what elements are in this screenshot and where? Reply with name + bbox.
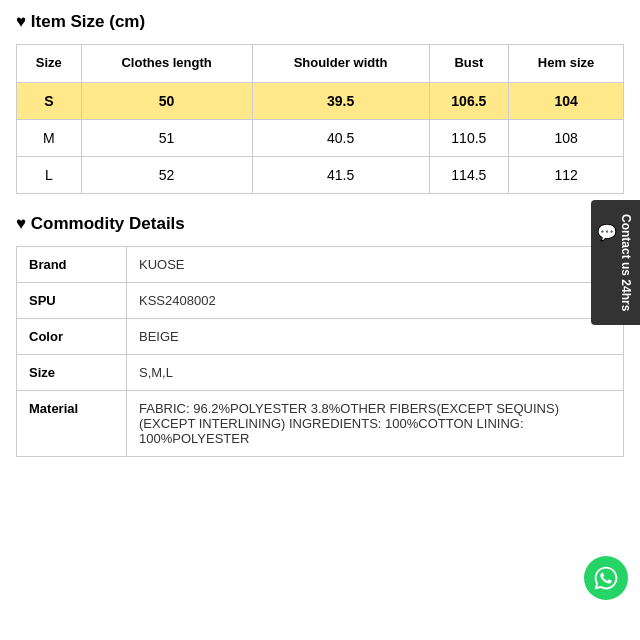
detail-value: FABRIC: 96.2%POLYESTER 3.8%OTHER FIBERS(… bbox=[127, 390, 624, 456]
size-cell-length: 52 bbox=[81, 156, 252, 193]
contact-sidebar[interactable]: Contact us 24hrs 💬 bbox=[591, 200, 640, 325]
size-cell-size: M bbox=[17, 119, 82, 156]
size-cell-bust: 114.5 bbox=[429, 156, 509, 193]
col-header-size: Size bbox=[17, 45, 82, 83]
detail-label: SPU bbox=[17, 282, 127, 318]
whatsapp-icon bbox=[593, 565, 619, 591]
size-cell-shoulder: 40.5 bbox=[252, 119, 429, 156]
detail-row: ColorBEIGE bbox=[17, 318, 624, 354]
contact-label: Contact us 24hrs bbox=[619, 214, 633, 311]
detail-label: Color bbox=[17, 318, 127, 354]
size-cell-shoulder: 39.5 bbox=[252, 82, 429, 119]
size-cell-size: S bbox=[17, 82, 82, 119]
detail-value: BEIGE bbox=[127, 318, 624, 354]
col-header-length: Clothes length bbox=[81, 45, 252, 83]
main-content: ♥ Item Size (cm) Size Clothes length Sho… bbox=[0, 0, 640, 469]
detail-value: KUOSE bbox=[127, 246, 624, 282]
detail-value: KSS2408002 bbox=[127, 282, 624, 318]
size-cell-shoulder: 41.5 bbox=[252, 156, 429, 193]
col-header-hem: Hem size bbox=[509, 45, 624, 83]
detail-row: SizeS,M,L bbox=[17, 354, 624, 390]
size-cell-hem: 104 bbox=[509, 82, 624, 119]
chat-icon: 💬 bbox=[597, 222, 617, 244]
col-header-bust: Bust bbox=[429, 45, 509, 83]
size-title-text: ♥ Item Size (cm) bbox=[16, 12, 145, 32]
size-cell-hem: 112 bbox=[509, 156, 624, 193]
size-cell-hem: 108 bbox=[509, 119, 624, 156]
detail-label: Size bbox=[17, 354, 127, 390]
col-header-shoulder: Shoulder width bbox=[252, 45, 429, 83]
detail-label: Material bbox=[17, 390, 127, 456]
size-cell-bust: 106.5 bbox=[429, 82, 509, 119]
size-cell-size: L bbox=[17, 156, 82, 193]
size-cell-length: 51 bbox=[81, 119, 252, 156]
whatsapp-button[interactable] bbox=[584, 556, 628, 600]
detail-row: SPUKSS2408002 bbox=[17, 282, 624, 318]
size-cell-bust: 110.5 bbox=[429, 119, 509, 156]
size-table: Size Clothes length Shoulder width Bust … bbox=[16, 44, 624, 194]
detail-value: S,M,L bbox=[127, 354, 624, 390]
detail-row: BrandKUOSE bbox=[17, 246, 624, 282]
details-table: BrandKUOSESPUKSS2408002ColorBEIGESizeS,M… bbox=[16, 246, 624, 457]
details-section-title: ♥ Commodity Details bbox=[16, 214, 624, 234]
detail-label: Brand bbox=[17, 246, 127, 282]
details-title-text: ♥ Commodity Details bbox=[16, 214, 185, 234]
size-cell-length: 50 bbox=[81, 82, 252, 119]
size-section-title: ♥ Item Size (cm) bbox=[16, 12, 624, 32]
detail-row: MaterialFABRIC: 96.2%POLYESTER 3.8%OTHER… bbox=[17, 390, 624, 456]
